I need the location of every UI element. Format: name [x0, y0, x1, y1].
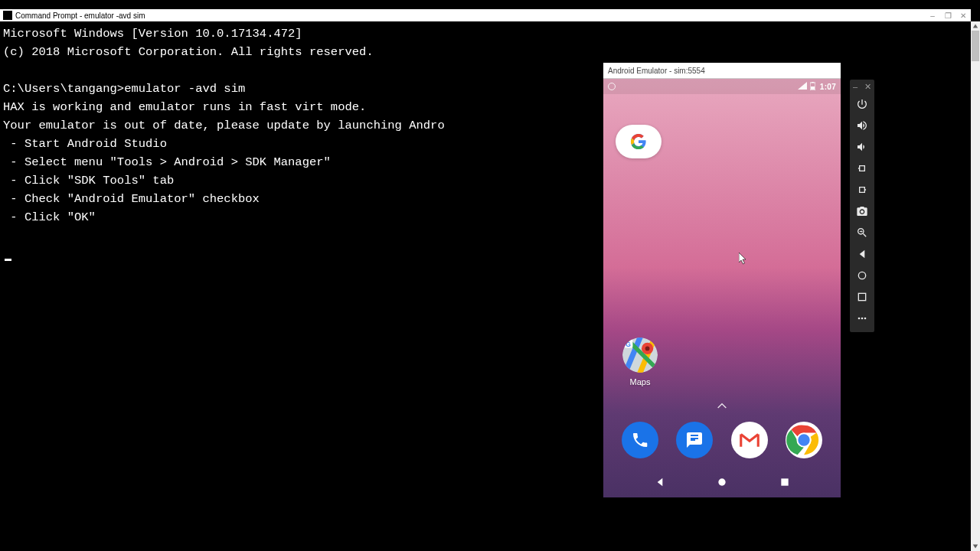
terminal-line: - Check "Android Emulator" checkbox	[3, 192, 260, 206]
terminal-line: Microsoft Windows [Version 10.0.17134.47…	[3, 27, 302, 41]
cmd-window-titlebar: Command Prompt - emulator -avd sim – ❐ ✕	[0, 9, 971, 21]
window-maximize-button[interactable]: ❐	[940, 11, 956, 20]
nav-back-button[interactable]	[654, 476, 666, 491]
terminal-line: - Start Android Studio	[3, 137, 167, 151]
terminal-line: - Click "SDK Tools" tab	[3, 174, 174, 187]
window-close-button[interactable]: ✕	[956, 11, 971, 20]
cmd-icon	[3, 11, 12, 20]
scroll-down-button[interactable]	[971, 542, 980, 551]
emulator-home-button[interactable]	[850, 265, 874, 286]
terminal-line: Your emulator is out of date, please upd…	[3, 119, 445, 132]
emulator-rotate-left-button[interactable]	[850, 158, 874, 179]
terminal-line: - Click "OK"	[3, 210, 96, 224]
phone-icon	[631, 431, 649, 449]
emulator-more-button[interactable]	[850, 308, 874, 329]
cmd-window-title: Command Prompt - emulator -avd sim	[15, 11, 145, 20]
terminal-line: (c) 2018 Microsoft Corporation. All righ…	[3, 45, 374, 59]
scroll-up-button[interactable]	[971, 21, 980, 31]
svg-rect-2	[811, 86, 815, 90]
svg-point-5	[645, 347, 650, 351]
messages-app[interactable]	[676, 422, 713, 458]
gmail-icon	[738, 429, 761, 452]
google-search-widget[interactable]	[616, 125, 662, 158]
terminal-line: - Select menu "Tools > Android > SDK Man…	[3, 155, 331, 169]
svg-point-16	[858, 318, 861, 320]
vertical-scrollbar[interactable]	[971, 21, 980, 551]
svg-point-14	[858, 272, 865, 279]
svg-point-18	[864, 318, 867, 320]
emulator-screenshot-button[interactable]	[850, 201, 874, 222]
nav-home-button[interactable]	[716, 476, 728, 491]
emulator-titlebar[interactable]: Android Emulator - sim:5554	[603, 63, 841, 78]
scrollbar-thumb[interactable]	[972, 31, 979, 61]
google-logo-icon	[630, 133, 647, 150]
emulator-title: Android Emulator - sim:5554	[608, 67, 705, 75]
android-status-bar[interactable]: 1:07	[603, 79, 841, 94]
signal-icon	[798, 82, 807, 91]
svg-point-12	[718, 478, 725, 485]
maps-label: Maps	[617, 377, 663, 386]
chrome-icon	[786, 422, 822, 458]
android-nav-bar	[603, 470, 841, 497]
svg-text:G: G	[626, 341, 631, 348]
emulator-volume-up-button[interactable]	[850, 115, 874, 136]
emulator-overview-button[interactable]	[850, 286, 874, 308]
chrome-app[interactable]	[786, 422, 822, 458]
nav-overview-button[interactable]	[779, 476, 791, 491]
svg-point-17	[861, 318, 864, 320]
phone-app[interactable]	[622, 422, 658, 458]
svg-rect-1	[812, 82, 814, 83]
messages-icon	[685, 431, 704, 449]
svg-rect-13	[781, 478, 788, 485]
emulator-toolbar: – ✕	[850, 80, 874, 332]
scrollbar-track[interactable]	[971, 31, 980, 542]
maps-app-shortcut[interactable]: G Maps	[617, 337, 663, 386]
window-minimize-button[interactable]: –	[925, 11, 940, 20]
emulator-screen[interactable]: 1:07	[603, 78, 841, 497]
status-notification-icon	[608, 83, 616, 90]
emulator-zoom-button[interactable]	[850, 222, 874, 243]
status-clock: 1:07	[820, 83, 836, 91]
battery-icon	[810, 82, 815, 92]
emulator-rotate-right-button[interactable]	[850, 179, 874, 201]
android-emulator-window: Android Emulator - sim:5554 1:07	[603, 63, 841, 497]
home-dock	[603, 413, 841, 467]
emulator-power-button[interactable]	[850, 93, 874, 115]
terminal-cursor	[5, 259, 11, 261]
emulator-volume-down-button[interactable]	[850, 136, 874, 158]
svg-rect-15	[858, 293, 865, 300]
emulator-close-button[interactable]: ✕	[864, 83, 871, 90]
maps-icon: G	[622, 337, 658, 373]
emulator-minimize-button[interactable]: –	[853, 83, 858, 90]
terminal-line: C:\Users\tangang>emulator -avd sim	[3, 82, 245, 96]
emulator-back-button[interactable]	[850, 243, 874, 265]
terminal-line: HAX is working and emulator runs in fast…	[3, 100, 366, 114]
gmail-app[interactable]	[731, 422, 768, 458]
